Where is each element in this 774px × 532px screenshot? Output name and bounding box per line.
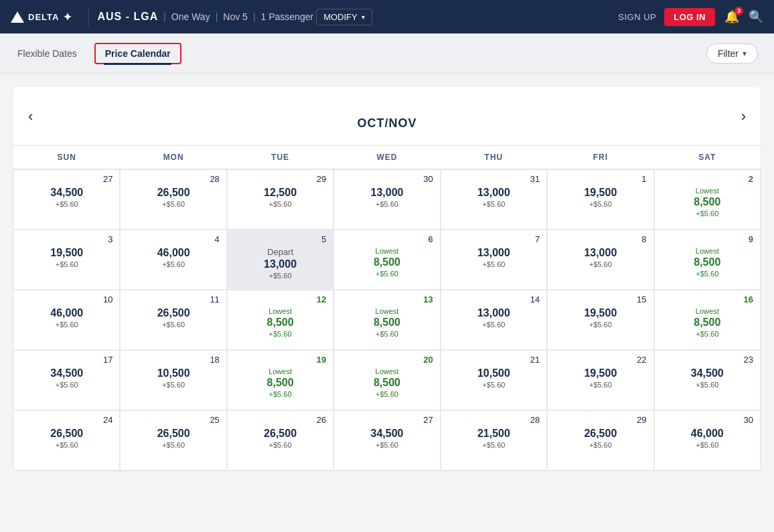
calendar-grid: 2734,500+$5.602826,500+$5.602912,500+$5.… bbox=[13, 169, 761, 470]
cell-date: 31 bbox=[448, 174, 540, 184]
cell-fee: +$5.60 bbox=[448, 441, 540, 449]
day-header-fri: FRI bbox=[547, 146, 653, 169]
calendar-cell-27-row0[interactable]: 2734,500+$5.60 bbox=[13, 169, 120, 230]
next-month-button[interactable]: › bbox=[741, 108, 746, 125]
cell-fee: +$5.60 bbox=[21, 321, 112, 329]
modify-label: MODIFY bbox=[323, 12, 358, 22]
cell-date: 16 bbox=[662, 294, 753, 304]
cell-fee: +$5.60 bbox=[662, 209, 753, 217]
calendar-cell-20-row3[interactable]: 20Lowest8,500+$5.60 bbox=[333, 350, 440, 410]
cell-price: 13,000 bbox=[234, 258, 326, 270]
cell-fee: +$5.60 bbox=[448, 260, 540, 268]
calendar-cell-8-row1[interactable]: 813,000+$5.60 bbox=[547, 230, 653, 290]
calendar-cell-25-row4[interactable]: 2526,500+$5.60 bbox=[120, 410, 226, 470]
calendar-cell-9-row1[interactable]: 9Lowest8,500+$5.60 bbox=[654, 230, 761, 290]
calendar-cell-19-row3[interactable]: 19Lowest8,500+$5.60 bbox=[227, 350, 333, 410]
calendar-cell-30-row0[interactable]: 3013,000+$5.60 bbox=[333, 169, 440, 230]
calendar-cell-7-row1[interactable]: 713,000+$5.60 bbox=[441, 230, 547, 290]
calendar-cell-18-row3[interactable]: 1810,500+$5.60 bbox=[120, 350, 226, 410]
calendar-cell-17-row3[interactable]: 1734,500+$5.60 bbox=[13, 350, 120, 410]
cell-fee: +$5.60 bbox=[127, 260, 219, 268]
cell-price: 8,500 bbox=[341, 256, 433, 268]
calendar-cell-29-row0[interactable]: 2912,500+$5.60 bbox=[227, 169, 333, 230]
calendar-cell-14-row2[interactable]: 1413,000+$5.60 bbox=[441, 290, 547, 350]
calendar-cell-22-row3[interactable]: 2219,500+$5.60 bbox=[547, 350, 653, 410]
calendar-cell-13-row2[interactable]: 13Lowest8,500+$5.60 bbox=[333, 290, 440, 350]
calendar-cell-26-row4[interactable]: 2626,500+$5.60 bbox=[227, 410, 333, 470]
cell-price: 8,500 bbox=[234, 377, 326, 389]
cell-price: 8,500 bbox=[662, 317, 753, 329]
cell-date: 17 bbox=[21, 355, 112, 365]
cell-price: 26,500 bbox=[554, 428, 646, 440]
cell-fee: +$5.60 bbox=[554, 260, 646, 268]
signup-button[interactable]: SIGN UP bbox=[618, 12, 656, 22]
calendar-cell-11-row2[interactable]: 1126,500+$5.60 bbox=[120, 290, 226, 350]
calendar-cell-24-row4[interactable]: 2426,500+$5.60 bbox=[13, 410, 120, 470]
cell-fee: +$5.60 bbox=[234, 330, 326, 338]
cell-fee: +$5.60 bbox=[554, 381, 646, 389]
cell-date: 8 bbox=[554, 234, 646, 244]
calendar-cell-30-row4[interactable]: 3046,000+$5.60 bbox=[654, 410, 761, 470]
prev-month-button[interactable]: ‹ bbox=[28, 108, 33, 125]
cell-date: 30 bbox=[341, 174, 433, 184]
day-header-thu: THU bbox=[441, 146, 547, 169]
cell-price: 8,500 bbox=[341, 317, 433, 329]
delta-logo[interactable]: DELTA ✦ bbox=[11, 11, 72, 23]
cell-fee: +$5.60 bbox=[21, 381, 112, 389]
cell-fee: +$5.60 bbox=[234, 390, 326, 398]
cell-fee: +$5.60 bbox=[341, 200, 433, 208]
search-button[interactable]: 🔍 bbox=[749, 9, 763, 24]
sep2: | bbox=[216, 11, 218, 22]
filter-button[interactable]: Filter ▾ bbox=[706, 43, 758, 64]
calendar-cell-10-row2[interactable]: 1046,000+$5.60 bbox=[13, 290, 120, 350]
search-icon: 🔍 bbox=[749, 10, 763, 23]
calendar-cell-27-row4[interactable]: 2734,500+$5.60 bbox=[333, 410, 440, 470]
calendar-cell-6-row1[interactable]: 6Lowest8,500+$5.60 bbox=[333, 230, 440, 290]
modify-button[interactable]: MODIFY ▾ bbox=[316, 9, 372, 25]
calendar-cell-28-row4[interactable]: 2821,500+$5.60 bbox=[441, 410, 547, 470]
calendar-cell-21-row3[interactable]: 2110,500+$5.60 bbox=[441, 350, 547, 410]
header: DELTA ✦ AUS - LGA | One Way | Nov 5 | 1 … bbox=[0, 0, 774, 33]
calendar-cell-31-row0[interactable]: 3113,000+$5.60 bbox=[441, 169, 547, 230]
calendar-cell-15-row2[interactable]: 1519,500+$5.60 bbox=[547, 290, 653, 350]
calendar-cell-1-row0[interactable]: 119,500+$5.60 bbox=[547, 169, 653, 230]
cell-date: 28 bbox=[127, 174, 219, 184]
lowest-label: Lowest bbox=[341, 307, 433, 315]
route-display: AUS - LGA bbox=[97, 11, 158, 23]
notifications-button[interactable]: 🔔 3 bbox=[724, 9, 739, 24]
cell-price: 21,500 bbox=[448, 428, 540, 440]
cell-fee: +$5.60 bbox=[554, 200, 646, 208]
cell-fee: +$5.60 bbox=[234, 272, 326, 280]
calendar-cell-2-row0[interactable]: 2Lowest8,500+$5.60 bbox=[654, 169, 761, 230]
cell-date: 3 bbox=[21, 234, 112, 244]
price-calendar: ‹ OCT/NOV › SUNMONTUEWEDTHUFRISAT 2734,5… bbox=[13, 87, 761, 470]
tab-price-calendar[interactable]: Price Calendar bbox=[94, 43, 181, 64]
cell-price: 34,500 bbox=[662, 367, 753, 379]
cell-fee: +$5.60 bbox=[554, 321, 646, 329]
cell-fee: +$5.60 bbox=[21, 260, 112, 268]
cell-fee: +$5.60 bbox=[127, 441, 219, 449]
cell-price: 46,000 bbox=[21, 307, 112, 319]
notification-badge: 3 bbox=[734, 7, 743, 15]
cell-date: 22 bbox=[554, 355, 646, 365]
day-header-mon: MON bbox=[120, 146, 226, 169]
lowest-label: Lowest bbox=[662, 247, 753, 255]
cell-date: 28 bbox=[448, 415, 540, 425]
cell-date: 13 bbox=[341, 294, 433, 304]
calendar-cell-12-row2[interactable]: 12Lowest8,500+$5.60 bbox=[227, 290, 333, 350]
calendar-cell-4-row1[interactable]: 446,000+$5.60 bbox=[120, 230, 226, 290]
login-button[interactable]: LOG IN bbox=[664, 8, 715, 26]
tab-flexible-dates[interactable]: Flexible Dates bbox=[16, 46, 78, 62]
cell-fee: +$5.60 bbox=[341, 390, 433, 398]
cell-fee: +$5.60 bbox=[662, 441, 753, 449]
cell-price: 8,500 bbox=[341, 377, 433, 389]
calendar-cell-5-row1[interactable]: 5Depart13,000+$5.60 bbox=[227, 230, 333, 290]
calendar-cell-29-row4[interactable]: 2926,500+$5.60 bbox=[547, 410, 653, 470]
calendar-cell-23-row3[interactable]: 2334,500+$5.60 bbox=[654, 350, 761, 410]
calendar-cell-28-row0[interactable]: 2826,500+$5.60 bbox=[120, 169, 226, 230]
sep3: | bbox=[253, 11, 256, 22]
calendar-cell-16-row2[interactable]: 16Lowest8,500+$5.60 bbox=[654, 290, 761, 350]
cell-fee: +$5.60 bbox=[127, 200, 219, 208]
calendar-cell-3-row1[interactable]: 319,500+$5.60 bbox=[13, 230, 120, 290]
lowest-label: Lowest bbox=[341, 247, 433, 255]
